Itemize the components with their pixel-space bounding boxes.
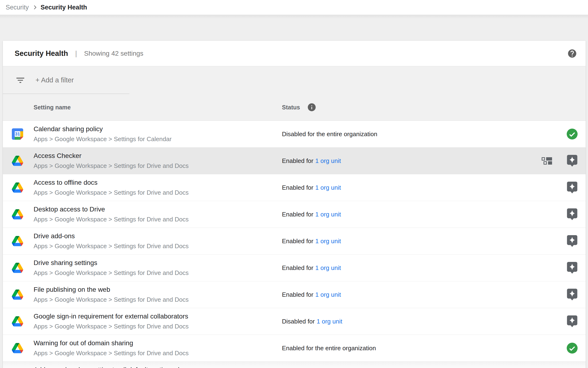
status-cell: Enabled for 1 org unit [282,291,341,298]
drive-icon [12,155,23,166]
setting-name: Desktop access to Drive [34,206,189,213]
setting-name: Drive add-ons [34,232,189,240]
column-setting-name: Setting name [34,104,71,111]
rule-icon[interactable] [542,157,552,165]
recommendation-badge-icon[interactable] [567,262,578,274]
setting-path: Apps > Google Workspace > Settings for D… [34,323,189,330]
setting-path: Apps > Google Workspace > Settings for D… [34,216,189,223]
page-background: Security Health | Showing 42 settings + … [0,15,588,368]
drive-icon [12,289,23,300]
setting-path: Apps > Google Workspace > Settings for D… [34,269,189,276]
calendar-icon: 31 [12,128,23,140]
svg-text:31: 31 [15,131,20,136]
info-icon[interactable] [307,102,316,112]
status-text: Disabled for the entire organization [282,130,377,138]
page-title: Security Health [15,49,68,58]
setting-name: Access Checker [34,152,189,160]
chevron-right-icon [31,4,38,11]
recommendation-badge-icon[interactable] [567,155,578,167]
status-text: Enabled for [282,157,313,165]
table-row[interactable]: Drive sharing settings Apps > Google Wor… [3,255,586,281]
status-cell: Enabled for 1 org unit [282,238,341,245]
recommendation-badge-icon[interactable] [567,181,578,194]
table-header-row: Setting name Status [3,94,586,121]
column-status: Status [282,104,300,111]
setting-name: Access to offline docs [34,179,189,186]
status-text: Enabled for [282,184,313,191]
table-row[interactable]: Google sign-in requirement for external … [3,308,586,335]
recommendation-badge-icon[interactable] [567,235,578,247]
status-text: Enabled for [282,264,313,272]
drive-icon [12,316,23,327]
setting-name: Calendar sharing policy [34,125,171,133]
setting-name: Google sign-in requirement for external … [34,313,189,320]
drive-icon [12,262,23,274]
org-unit-link[interactable]: 1 org unit [315,238,341,245]
setting-path: Apps > Google Workspace > Settings for D… [34,162,189,170]
filter-bar: + Add a filter [3,66,586,94]
table-row[interactable]: Add spam headers setting to all default … [3,362,586,368]
org-unit-link[interactable]: 1 org unit [315,291,341,298]
table-row[interactable]: Drive add-ons Apps > Google Workspace > … [3,228,586,255]
org-unit-link[interactable]: 1 org unit [315,211,341,218]
table-row[interactable]: File publishing on the web Apps > Google… [3,281,586,308]
status-cell: Enabled for the entire organization [282,345,376,352]
setting-name: Warning for out of domain sharing [34,339,189,347]
title-separator: | [75,49,77,57]
setting-path: Apps > Google Workspace > Settings for D… [34,189,189,196]
recommendation-badge-icon[interactable] [567,288,578,301]
drive-icon [12,235,23,247]
status-cell: Disabled for 1 org unit [282,318,342,325]
status-cell: Enabled for 1 org unit [282,157,341,165]
org-unit-link[interactable]: 1 org unit [315,157,341,165]
ok-check-icon [567,343,578,354]
drive-icon [12,182,23,193]
setting-path: Apps > Google Workspace > Settings for D… [34,242,189,250]
status-cell: Enabled for 1 org unit [282,211,341,218]
recommendation-badge-icon[interactable] [567,315,578,328]
help-icon[interactable] [567,48,577,58]
status-text: Disabled for [282,318,315,325]
table-row[interactable]: Access to offline docs Apps > Google Wor… [3,174,586,201]
setting-name: File publishing on the web [34,286,189,294]
table-row[interactable]: 31 Calendar sharing policy Apps > Google… [3,121,586,147]
status-text: Enabled for [282,211,313,218]
status-text: Enabled for [282,238,313,245]
setting-path: Apps > Google Workspace > Settings for D… [34,350,189,357]
drive-icon [12,209,23,220]
add-filter-button[interactable]: + Add a filter [35,76,74,84]
status-text: Enabled for the entire organization [282,345,376,352]
status-cell: Enabled for 1 org unit [282,184,341,191]
setting-path: Apps > Google Workspace > Settings for C… [34,136,171,143]
ok-check-icon [567,129,578,139]
settings-count: Showing 42 settings [84,50,144,57]
status-text: Enabled for [282,291,313,298]
status-cell: Disabled for the entire organization [282,130,377,138]
org-unit-link[interactable]: 1 org unit [315,184,341,191]
drive-icon [12,342,23,354]
security-health-card: Security Health | Showing 42 settings + … [3,41,586,368]
breadcrumb: Security Security Health [0,0,588,15]
filter-list-icon[interactable] [15,75,26,85]
status-cell: Enabled for 1 org unit [282,264,341,272]
table-row[interactable]: Warning for out of domain sharing Apps >… [3,335,586,362]
setting-name: Drive sharing settings [34,259,189,267]
breadcrumb-security-health: Security Health [41,4,87,11]
org-unit-link[interactable]: 1 org unit [315,264,341,272]
org-unit-link[interactable]: 1 org unit [317,318,342,325]
card-header: Security Health | Showing 42 settings [3,41,586,66]
breadcrumb-security[interactable]: Security [6,4,29,11]
setting-path: Apps > Google Workspace > Settings for D… [34,296,189,303]
setting-name: Add spam headers setting to all default … [34,366,219,368]
table-row[interactable]: Access Checker Apps > Google Workspace >… [3,147,586,174]
table-row[interactable]: Desktop access to Drive Apps > Google Wo… [3,201,586,228]
recommendation-badge-icon[interactable] [567,208,578,221]
